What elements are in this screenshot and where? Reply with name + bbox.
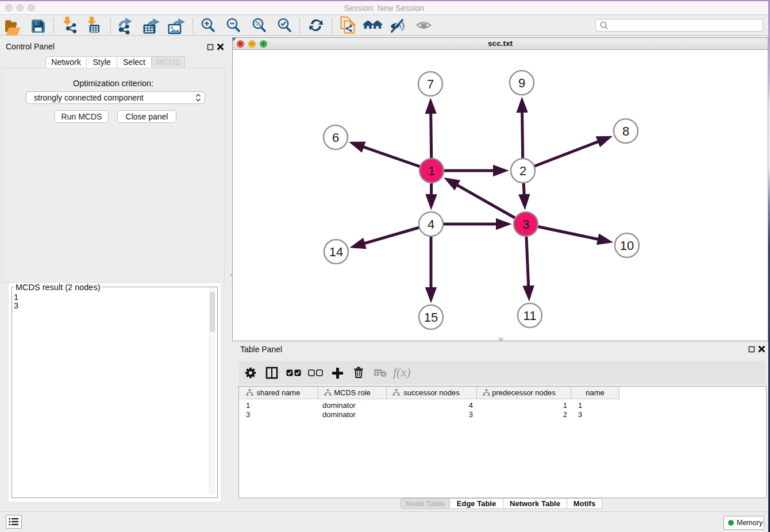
svg-text:4: 4	[428, 217, 434, 232]
svg-text:8: 8	[622, 124, 629, 138]
svg-text:7: 7	[427, 77, 434, 91]
svg-text:1: 1	[428, 164, 435, 178]
svg-text:10: 10	[620, 238, 634, 253]
svg-text:14: 14	[329, 245, 343, 259]
svg-text:11: 11	[523, 309, 537, 323]
svg-text:2: 2	[519, 164, 526, 178]
svg-text:6: 6	[332, 130, 339, 145]
svg-text:9: 9	[518, 76, 525, 90]
svg-text:3: 3	[522, 217, 529, 232]
svg-text:15: 15	[424, 310, 438, 325]
